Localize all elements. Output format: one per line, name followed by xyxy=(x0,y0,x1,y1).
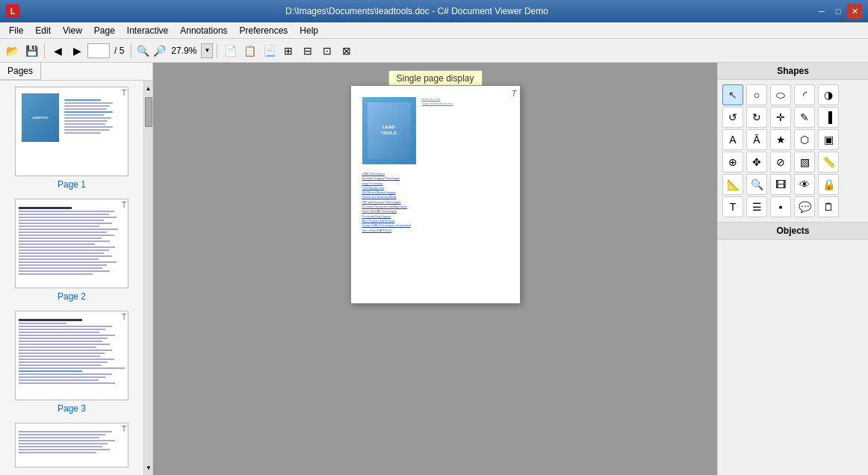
page-3-thumbnail[interactable]: T xyxy=(15,311,128,400)
eye-icon-button[interactable]: 👁 xyxy=(794,174,815,195)
app-logo: L xyxy=(6,4,19,18)
doc-button-6[interactable]: ⊡ xyxy=(318,42,336,60)
doc-page: T LEADTOOLS leadtools.com support@leadto… xyxy=(350,85,521,304)
film-icon-button[interactable]: 🎞 xyxy=(770,174,791,195)
oval-icon-button[interactable]: ⬭ xyxy=(770,84,791,105)
close-button[interactable]: ✕ xyxy=(847,4,862,19)
shapes-grid: ↖○⬭◜◑↺↻✛✎▐AĀ★⬡▣⊕✥⊘▧📏📐🔍🎞👁🔒T☰▪💬🗒 xyxy=(718,80,868,222)
window-title: D:\Images\Documents\leadtools.doc - C# D… xyxy=(19,6,814,16)
titlebar: L D:\Images\Documents\leadtools.doc - C#… xyxy=(0,0,868,22)
pages-tab[interactable]: Pages xyxy=(0,63,41,80)
pencil-icon-button[interactable]: ✎ xyxy=(794,107,815,128)
page-1-label[interactable]: Page 1 xyxy=(58,179,86,190)
objects-section: Objects xyxy=(718,222,868,475)
doc-page-corner: T xyxy=(512,89,517,98)
circle-icon-button[interactable]: ○ xyxy=(746,84,767,105)
menu-item-file[interactable]: File xyxy=(3,22,29,38)
toolbar-separator-1 xyxy=(44,43,45,58)
page-thumb-1: T LEAD TOOLS xyxy=(6,87,137,190)
doc-link-13: How to Buy LEADTOOLS xyxy=(362,229,509,233)
shapes-header: Shapes xyxy=(718,63,868,80)
menu-item-interactive[interactable]: Interactive xyxy=(121,22,174,38)
open-button[interactable]: 📂 xyxy=(3,42,21,60)
doc-button-7[interactable]: ⊠ xyxy=(338,42,356,60)
redact-icon-button[interactable]: ▪ xyxy=(770,196,791,217)
page-1-thumbnail[interactable]: T LEAD TOOLS xyxy=(15,87,128,176)
page-3-label[interactable]: Page 3 xyxy=(58,403,86,414)
tooltip-bubble: Single page display xyxy=(388,70,482,87)
doc-button-1[interactable]: 📄 xyxy=(221,42,239,60)
lock-icon-button[interactable]: 🔒 xyxy=(818,174,839,195)
toolbar-separator-2 xyxy=(131,43,131,58)
zoom-out-button[interactable]: 🔍 xyxy=(135,43,150,58)
right-panel: Shapes ↖○⬭◜◑↺↻✛✎▐AĀ★⬡▣⊕✥⊘▧📏📐🔍🎞👁🔒T☰▪💬🗒 Ob… xyxy=(717,63,868,475)
prev-page-button[interactable]: ◀ xyxy=(49,42,66,60)
comment-icon-button[interactable]: 💬 xyxy=(794,196,815,217)
window-controls: ─ □ ✕ xyxy=(814,4,862,19)
crosshair-icon-button[interactable]: ✛ xyxy=(770,107,791,128)
save-button[interactable]: 💾 xyxy=(22,42,40,60)
toolbar: 📂 💾 ◀ ▶ 1 / 5 🔍 🔎 27.9% ▼ 📄 📋 📃 ⊞ ⊟ ⊡ ⊠ xyxy=(0,39,868,63)
zoom-dropdown[interactable]: ▼ xyxy=(201,43,213,58)
minimize-button[interactable]: ─ xyxy=(814,4,829,19)
menu-item-view[interactable]: View xyxy=(57,22,88,38)
main-area: Pages T LEAD TOOLS xyxy=(0,63,868,475)
text2-icon-button[interactable]: Ā xyxy=(746,129,767,150)
zoom-icon-button[interactable]: 🔍 xyxy=(746,174,767,195)
page-thumb-3: T xyxy=(6,311,137,414)
text3-icon-button[interactable]: T xyxy=(722,196,743,217)
scroll-down-arrow[interactable]: ▼ xyxy=(144,460,152,475)
doc-links-section: LEAD Technologies Document Imaging Techn… xyxy=(362,172,509,233)
zoom-in-button[interactable]: 🔎 xyxy=(152,43,167,58)
scroll-up-arrow[interactable]: ▲ xyxy=(144,81,152,96)
doc-button-5[interactable]: ⊟ xyxy=(299,42,317,60)
page-number-input[interactable]: 1 xyxy=(87,43,110,58)
page-2-thumbnail[interactable]: T xyxy=(15,199,128,288)
page-2-content xyxy=(19,207,125,275)
doc-button-2[interactable]: 📋 xyxy=(241,42,258,60)
eraser-icon-button[interactable]: ▧ xyxy=(794,152,815,173)
maximize-button[interactable]: □ xyxy=(831,4,846,19)
page-thumb-2: T xyxy=(6,199,137,302)
doc-email: support@leadtools.com xyxy=(422,102,509,106)
product-box-text: LEADTOOLS xyxy=(381,125,397,137)
text-icon-button[interactable]: A xyxy=(722,129,743,150)
undo-icon-button[interactable]: ↺ xyxy=(722,107,743,128)
polygon-icon-button[interactable]: ⬡ xyxy=(794,129,815,150)
menu-item-preferences[interactable]: Preferences xyxy=(234,22,294,38)
thumb-product-box: LEAD TOOLS xyxy=(22,93,59,142)
menubar: FileEditViewPageInteractiveAnnotationsPr… xyxy=(0,22,868,39)
image-icon-button[interactable]: ⊕ xyxy=(722,152,743,173)
measure-icon-button[interactable]: 📐 xyxy=(722,174,743,195)
ruler-icon-button[interactable]: 📏 xyxy=(818,152,839,173)
next-page-button[interactable]: ▶ xyxy=(68,42,86,60)
zoom-value: 27.9% xyxy=(168,46,199,56)
left-panel: Pages T LEAD TOOLS xyxy=(0,63,153,475)
scroll-thumb[interactable] xyxy=(145,97,152,127)
menu-item-page[interactable]: Page xyxy=(88,22,121,38)
menu-item-help[interactable]: Help xyxy=(294,22,324,38)
pointer-icon-button[interactable]: ↖ xyxy=(722,84,743,105)
no-icon-button[interactable]: ⊘ xyxy=(770,152,791,173)
arc-icon-button[interactable]: ◜ xyxy=(794,84,815,105)
page-4-thumbnail[interactable]: T xyxy=(15,423,128,468)
star-icon-button[interactable]: ★ xyxy=(770,129,791,150)
redo-icon-button[interactable]: ↻ xyxy=(746,107,767,128)
objects-header: Objects xyxy=(718,223,868,240)
app-icon: L xyxy=(6,4,19,18)
doc-product-image: LEADTOOLS xyxy=(362,97,416,164)
menu-item-edit[interactable]: Edit xyxy=(29,22,57,38)
note-icon-button[interactable]: 🗒 xyxy=(818,196,839,217)
thumb-text-lines xyxy=(64,99,125,134)
doc-button-3[interactable]: 📃 xyxy=(260,42,278,60)
stamp-icon-button[interactable]: ▣ xyxy=(818,129,839,150)
menu-item-annotations[interactable]: Annotations xyxy=(174,22,233,38)
pages-scrollbar[interactable]: ▲ ▼ xyxy=(143,81,152,475)
filled-arc-icon-button[interactable]: ◑ xyxy=(818,84,839,105)
left-panel-inner: T LEAD TOOLS xyxy=(0,81,152,475)
page-2-label[interactable]: Page 2 xyxy=(58,291,86,302)
textbox-icon-button[interactable]: ☰ xyxy=(746,196,767,217)
move-icon-button[interactable]: ✥ xyxy=(746,152,767,173)
highlight-icon-button[interactable]: ▐ xyxy=(818,107,839,128)
doc-button-4[interactable]: ⊞ xyxy=(279,42,297,60)
